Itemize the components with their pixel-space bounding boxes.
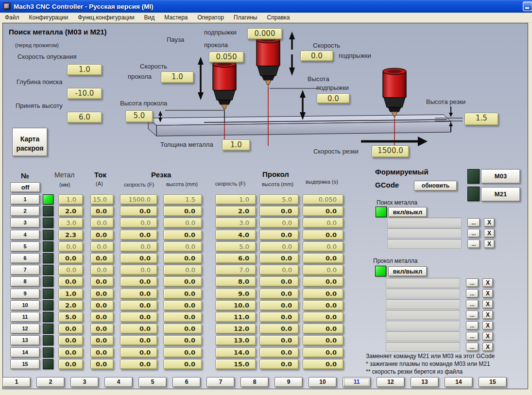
screen-tab-6[interactable]: 6 (172, 377, 201, 387)
menu-item-4[interactable]: Мастера (159, 13, 192, 23)
row-status-led[interactable] (43, 194, 53, 205)
cell-cut-height[interactable]: 0.0 (163, 218, 202, 228)
cell-pierce-speed[interactable]: 5.0 (215, 241, 256, 252)
cell-dwell[interactable]: 0.0 (303, 300, 343, 310)
minimize-button[interactable] (523, 1, 532, 11)
jump-height-field[interactable]: 0.0 (317, 93, 350, 103)
gcode-slot-input[interactable] (386, 299, 460, 309)
screen-tab-10[interactable]: 10 (309, 377, 337, 387)
search-metal-toggle-button[interactable]: вкл/выкл (388, 207, 427, 217)
cell-metal-thickness[interactable]: 0.0 (58, 335, 83, 345)
menu-item-3[interactable]: Вид (139, 13, 160, 23)
search-depth-field[interactable]: -10.0 (67, 88, 102, 99)
cell-cut-height[interactable]: 0.0 (163, 241, 202, 252)
cell-cut-speed[interactable]: 0.0 (120, 347, 157, 358)
cut-height-field[interactable]: 1.5 (464, 113, 498, 125)
cell-cut-speed[interactable]: 0.0 (120, 230, 157, 240)
cell-cut-speed[interactable]: 0.0 (120, 289, 157, 299)
cell-pierce-height[interactable]: 0.0 (259, 300, 299, 310)
cell-pierce-height[interactable]: 0.0 (259, 218, 299, 228)
metal-thickness-field[interactable]: 1.0 (222, 139, 250, 151)
cell-cut-speed[interactable]: 0.0 (120, 241, 157, 252)
screen-tab-3[interactable]: 3 (70, 377, 99, 387)
cell-cut-height[interactable]: 0.0 (163, 230, 202, 240)
row-status-led[interactable] (43, 230, 53, 240)
cell-dwell[interactable]: 0.0 (303, 289, 343, 299)
cell-cut-height[interactable]: 0.0 (163, 312, 202, 322)
browse-button[interactable]: ... (467, 240, 480, 248)
cell-pierce-height[interactable]: 0.0 (259, 206, 299, 216)
clear-button[interactable]: X (482, 300, 493, 309)
cell-current[interactable]: 0.0 (90, 324, 114, 334)
cell-metal-thickness[interactable]: 5.0 (58, 312, 83, 322)
cell-cut-height[interactable]: 0.0 (163, 206, 202, 216)
cell-metal-thickness[interactable]: 1.0 (58, 194, 83, 205)
m21-button[interactable]: M21 (481, 187, 520, 202)
row-number-button[interactable]: 14 (10, 347, 40, 358)
browse-button[interactable]: ... (467, 218, 480, 227)
pierce-speed-field[interactable]: 1.0 (161, 71, 194, 83)
cell-metal-thickness[interactable]: 0.0 (58, 265, 83, 275)
cell-pierce-speed[interactable]: 15.0 (215, 359, 256, 369)
cell-pierce-height[interactable]: 0.0 (259, 359, 299, 369)
screen-tab-15[interactable]: 15 (479, 377, 507, 387)
cell-metal-thickness[interactable]: 0.0 (58, 324, 83, 334)
pierce-metal-toggle-led[interactable] (375, 266, 386, 276)
cell-cut-speed[interactable]: 0.0 (120, 276, 157, 287)
cell-cut-speed[interactable]: 0.0 (120, 218, 157, 228)
row-status-led[interactable] (43, 312, 53, 322)
screen-tab-2[interactable]: 2 (36, 377, 65, 387)
menu-item-0[interactable]: Файл (0, 13, 24, 23)
cell-cut-speed[interactable]: 0.0 (120, 253, 157, 263)
browse-button[interactable]: ... (467, 229, 480, 238)
gcode-slot-input[interactable] (386, 289, 460, 298)
cell-cut-height[interactable]: 1.5 (163, 194, 202, 205)
cell-cut-speed[interactable]: 0.0 (120, 335, 157, 345)
cell-cut-speed[interactable]: 0.0 (120, 312, 157, 322)
cut-speed-field[interactable]: 1500.0 (372, 145, 409, 157)
cell-dwell[interactable]: 0.0 (303, 230, 343, 240)
off-button[interactable]: off (10, 182, 40, 192)
screen-tab-9[interactable]: 9 (275, 377, 303, 387)
cell-cut-speed[interactable]: 0.0 (120, 206, 157, 216)
cell-pierce-height[interactable]: 0.0 (259, 241, 299, 252)
cell-pierce-speed[interactable]: 9.0 (215, 289, 256, 299)
row-number-button[interactable]: 6 (10, 253, 40, 263)
screen-tab-4[interactable]: 4 (104, 377, 133, 387)
screen-tab-8[interactable]: 8 (240, 377, 269, 387)
cell-cut-speed[interactable]: 0.0 (120, 300, 157, 310)
cell-metal-thickness[interactable]: 2.0 (58, 206, 83, 216)
cell-current[interactable]: 0.0 (90, 359, 114, 369)
clear-button[interactable]: X (484, 218, 495, 227)
row-status-led[interactable] (43, 300, 53, 310)
cell-pierce-height[interactable]: 0.0 (259, 276, 299, 287)
cell-pierce-speed[interactable]: 8.0 (215, 276, 256, 287)
gcode-slot-input[interactable] (386, 331, 460, 341)
row-status-led[interactable] (43, 265, 53, 275)
cell-dwell[interactable]: 0.0 (303, 276, 343, 287)
pause-pierce-field[interactable]: 0.050 (209, 52, 244, 63)
cell-cut-speed[interactable]: 0.0 (120, 324, 157, 334)
browse-button[interactable]: ... (466, 343, 479, 351)
cell-pierce-height[interactable]: 0.0 (259, 335, 299, 345)
descent-speed-field[interactable]: 1.0 (67, 64, 102, 75)
cell-dwell[interactable]: 0.0 (303, 324, 343, 334)
cut-map-button[interactable]: Карта раскроя (12, 128, 48, 156)
pause-jump-field[interactable]: 0.000 (247, 28, 282, 39)
cell-current[interactable]: 0.0 (90, 230, 114, 240)
clear-button[interactable]: X (482, 343, 493, 351)
menu-item-1[interactable]: Конфигурации (24, 13, 73, 23)
cell-pierce-speed[interactable]: 7.0 (215, 265, 256, 275)
cell-metal-thickness[interactable]: 0.0 (58, 359, 83, 369)
gcode-slot-input[interactable] (386, 321, 460, 330)
row-status-led[interactable] (43, 253, 53, 263)
cell-cut-height[interactable]: 0.0 (163, 335, 202, 345)
row-status-led[interactable] (43, 206, 53, 216)
cell-pierce-speed[interactable]: 14.0 (215, 347, 256, 358)
cell-current[interactable]: 15.0 (90, 194, 114, 205)
row-number-button[interactable]: 3 (10, 218, 40, 228)
m21-led[interactable] (467, 187, 480, 201)
cell-pierce-height[interactable]: 0.0 (259, 253, 299, 263)
cell-pierce-speed[interactable]: 2.0 (215, 206, 256, 216)
row-status-led[interactable] (43, 347, 53, 358)
